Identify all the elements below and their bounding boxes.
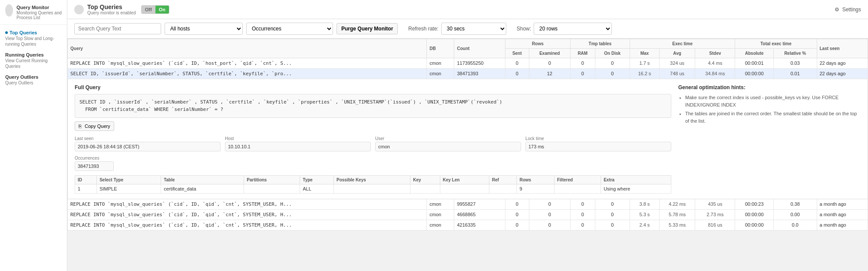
th-query: Query (68, 39, 427, 58)
explain-row: 1 SIMPLE certificate_data ALL (75, 184, 671, 194)
total-absolute-cell: 00:00:00 (735, 220, 773, 231)
th-count: Count (454, 39, 505, 58)
hints-list: Make sure the correct index is used - po… (678, 94, 861, 124)
table-row[interactable]: REPLACE INTO `mysql_slow_queries` (`cid`… (68, 220, 868, 231)
sidebar-item-query-outliers[interactable]: Query Outliers Query Outliers (0, 72, 67, 88)
occurrences-dropdown[interactable]: Occurrences (246, 23, 333, 35)
toolbar: All hosts Occurrences Purge Query Monito… (67, 19, 868, 39)
tmp-disk-cell: 0 (595, 69, 630, 79)
occurrences-label: Occurrences (75, 156, 671, 161)
total-relative-cell: 0.00 (773, 210, 817, 220)
th-total-exec-group: Total exec time (735, 39, 817, 49)
explain-th-ref: Ref (489, 176, 517, 184)
app-title: Query Monitor (17, 4, 62, 10)
table-row-selected[interactable]: SELECT ID, `issuerId`, `serialNumber`, S… (68, 69, 868, 79)
show-label: Show: (517, 26, 531, 32)
app-logo (5, 4, 13, 17)
top-bar-logo (74, 5, 84, 14)
th-exec-time-group: Exec time (630, 39, 735, 49)
show-dropdown[interactable]: 20 rows (534, 23, 612, 35)
total-relative-cell: 0.01 (773, 69, 817, 79)
toggle-off-button[interactable]: Off (142, 6, 155, 13)
table-row[interactable]: REPLACE INTO `mysql_slow_queries` (`cid`… (68, 210, 868, 220)
exec-stdev-cell: 4.4 ms (695, 58, 735, 69)
tmp-ram-cell: 0 (570, 58, 595, 69)
exec-max-cell: 5.3 s (630, 210, 659, 220)
refresh-group: Refresh rate: 30 secs (408, 23, 506, 35)
explain-key-len (440, 184, 489, 194)
rows-sent-cell: 0 (505, 220, 529, 231)
table-row[interactable]: REPLACE INTO `mysql_slow_queries` (`cid`… (68, 199, 868, 210)
search-input[interactable] (74, 23, 161, 34)
sidebar-item-running-queries[interactable]: Running Queries View Current Running Que… (0, 50, 67, 72)
hint-item: The tables are joined in the correct ord… (685, 110, 861, 124)
th-rows-sent: Sent (505, 49, 529, 58)
tmp-ram-cell: 0 (570, 69, 595, 79)
monitor-toggle: Off On (141, 5, 169, 14)
exec-stdev-cell: 2.73 ms (695, 210, 735, 220)
app-subtitle: Monitoring Queries and Process List (17, 10, 62, 20)
user-input (375, 142, 521, 151)
refresh-dropdown[interactable]: 30 secs (441, 23, 506, 35)
top-bar-left: Top Queries Query monitor is enabled Off… (74, 3, 169, 15)
expanded-content: Full Query SELECT ID , `issuerId` , `ser… (68, 79, 868, 199)
count-cell: 1173955250 (454, 58, 505, 69)
db-cell: cmon (427, 210, 454, 220)
explain-th-rows: Rows (517, 176, 554, 184)
explain-table-val: certificate_data (161, 184, 244, 194)
tmp-disk-cell: 0 (595, 220, 630, 231)
explain-possible-keys (333, 184, 410, 194)
explain-key (410, 184, 440, 194)
explain-th-extra: Extra (601, 176, 671, 184)
exec-stdev-cell: 816 us (695, 220, 735, 231)
explain-th-partitions: Partitions (244, 176, 300, 184)
copy-query-button[interactable]: Copy Query (75, 121, 114, 131)
hints-title: General optimization hints: (678, 84, 861, 90)
rows-sent-cell: 0 (505, 58, 529, 69)
query-cell[interactable]: REPLACE INTO `mysql_slow_queries` (`cid`… (68, 199, 427, 210)
exec-avg-cell: 748 us (659, 69, 695, 79)
toggle-on-button[interactable]: On (155, 6, 169, 13)
exec-avg-cell: 324 us (659, 58, 695, 69)
sidebar-item-top-queries[interactable]: Top Queries View Top Slow and Long-runni… (0, 27, 67, 50)
table-row[interactable]: REPLACE INTO `mysql_slow_queries` (`cid`… (68, 58, 868, 69)
count-cell: 4216335 (454, 220, 505, 231)
exec-avg-cell: 4.22 ms (659, 199, 695, 210)
rows-sent-cell: 0 (505, 69, 529, 79)
settings-button[interactable]: Settings (835, 7, 861, 13)
last-seen-cell: a month ago (817, 220, 868, 231)
host-input (225, 142, 371, 151)
query-cell[interactable]: REPLACE INTO `mysql_slow_queries` (`cid`… (68, 210, 427, 220)
total-absolute-cell: 00:00:01 (735, 58, 773, 69)
explain-extra: Using where (601, 184, 671, 194)
th-total-relative: Relative % (773, 49, 817, 58)
total-relative-cell: 0.0 (773, 220, 817, 231)
full-query-title: Full Query (75, 84, 671, 90)
queries-table: Query DB Count Rows Tmp tables Exec time… (67, 39, 868, 231)
sidebar-item-top-queries-subtitle: View Top Slow and Long-running Queries (5, 36, 62, 47)
full-query-text: SELECT ID , `issuerId` , `serialNumber` … (75, 94, 671, 118)
db-cell: cmon (427, 199, 454, 210)
occurrences-field: Occurrences (75, 156, 671, 171)
query-cell[interactable]: REPLACE INTO `mysql_slow_queries` (`cid`… (68, 220, 427, 231)
host-label: Host (225, 136, 371, 141)
exec-avg-cell: 5.33 ms (659, 220, 695, 231)
query-cell[interactable]: REPLACE INTO `mysql_slow_queries` (`cid`… (68, 58, 427, 69)
explain-id: 1 (75, 184, 97, 194)
explain-th-select-type: Select Type (97, 176, 161, 184)
total-relative-cell: 0.03 (773, 58, 817, 69)
query-cell[interactable]: SELECT ID, `issuerId`, `serialNumber`, S… (68, 69, 427, 79)
purge-button[interactable]: Purge Query Monitor (337, 23, 398, 34)
hosts-dropdown[interactable]: All hosts (165, 23, 243, 35)
last-seen-cell: a month ago (817, 210, 868, 220)
main-content: Top Queries Query monitor is enabled Off… (67, 0, 868, 271)
th-last-seen: Last seen (817, 39, 868, 58)
meta-grid: Last seen Host (75, 136, 671, 151)
explain-th-key-len: Key Len (440, 176, 489, 184)
expanded-details-row: Full Query SELECT ID , `issuerId` , `ser… (68, 79, 868, 199)
top-bar: Top Queries Query monitor is enabled Off… (67, 0, 868, 19)
explain-th-possible-keys: Possible Keys (333, 176, 410, 184)
user-field: User (375, 136, 521, 151)
gear-icon (835, 7, 841, 13)
explain-th-key: Key (410, 176, 440, 184)
